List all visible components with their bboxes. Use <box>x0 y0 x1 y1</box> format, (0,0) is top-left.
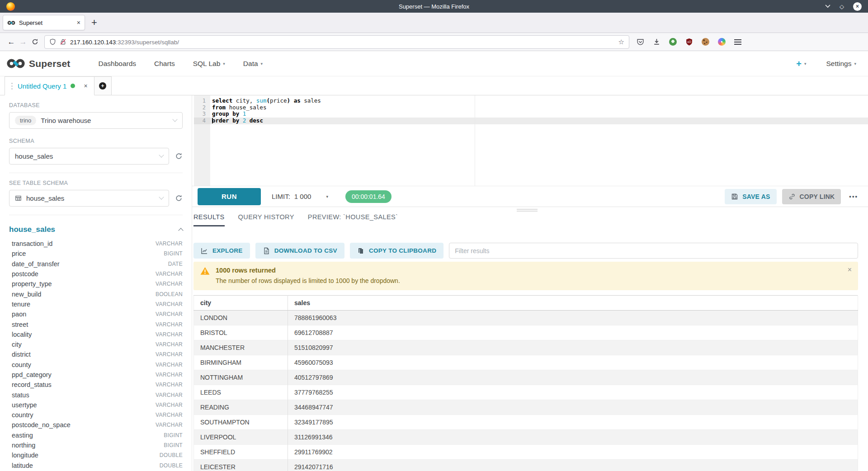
extension-asterisk-icon[interactable] <box>718 38 726 46</box>
window-minimize-icon[interactable] <box>825 5 830 8</box>
query-tab[interactable]: Untitled Query 1 × <box>5 76 94 95</box>
shield-icon[interactable] <box>49 38 56 45</box>
editor-toolbar: RUN LIMIT: 1 000 ▾ 00:00:01.64 SAVE AS C… <box>192 186 868 207</box>
sql-editor[interactable]: 1234 select city, sum(price) as salesfro… <box>192 95 868 186</box>
limit-dropdown[interactable]: LIMIT: 1 000 ▾ <box>272 193 328 200</box>
schema-column-name: postcode_no_space <box>12 421 71 429</box>
brand-name[interactable]: Superset <box>29 58 70 69</box>
filter-results-input[interactable] <box>449 243 858 259</box>
database-label: DATABASE <box>9 102 183 108</box>
schema-column-name: county <box>12 361 31 368</box>
limit-label: LIMIT: <box>272 193 290 200</box>
table-row: BRISTOL69612708887 <box>194 325 858 340</box>
add-query-tab-button[interactable]: + <box>94 76 112 95</box>
back-icon[interactable]: ← <box>5 38 17 47</box>
superset-logo[interactable] <box>6 58 25 69</box>
schema-column-row: localityVARCHAR <box>9 330 183 339</box>
drag-grip-icon <box>11 85 13 87</box>
editor-code-area[interactable]: select city, sum(price) as salesfrom hou… <box>210 95 868 186</box>
nav-item-charts[interactable]: Charts <box>154 60 175 68</box>
pocket-icon[interactable] <box>637 38 644 46</box>
save-as-button[interactable]: SAVE AS <box>725 189 776 204</box>
copy-clipboard-button[interactable]: COPY TO CLIPBOARD <box>350 243 443 259</box>
table-row: NOTTINGHAM40512797869 <box>194 370 858 385</box>
chevron-down-icon: ▾ <box>261 61 263 66</box>
browser-tab[interactable]: Superset × <box>3 15 85 30</box>
url-field[interactable]: 217.160.120.143:32393/superset/sqllab/ ☆ <box>44 35 629 49</box>
more-options-icon[interactable]: ••• <box>849 193 858 200</box>
schema-label: SCHEMA <box>9 138 183 144</box>
link-icon <box>788 193 796 200</box>
cell-sales: 34468947747 <box>288 400 858 415</box>
table-select[interactable]: house_sales <box>9 190 169 207</box>
insecure-lock-icon[interactable] <box>60 38 66 45</box>
schema-column-type: VARCHAR <box>156 382 183 388</box>
superset-navbar: Superset Dashboards Charts SQL Lab▾ Data… <box>0 51 868 76</box>
window-maximize-icon[interactable]: ◇ <box>840 4 844 9</box>
bookmark-star-icon[interactable]: ☆ <box>618 38 624 46</box>
editor-code-line[interactable]: group by 1 <box>210 111 868 118</box>
cell-city: SHEFFIELD <box>194 445 288 460</box>
database-select[interactable]: trino Trino warehouse <box>9 112 183 129</box>
schema-column-name: date_of_transfer <box>12 260 60 268</box>
schema-column-type: VARCHAR <box>156 362 183 368</box>
editor-code-line[interactable]: select city, sum(price) as sales <box>210 98 868 104</box>
query-tab-close-icon[interactable]: × <box>84 82 87 89</box>
table-schema-heading[interactable]: house_sales <box>9 225 55 234</box>
column-header-sales[interactable]: sales <box>288 296 858 311</box>
alert-close-icon[interactable]: × <box>848 266 852 273</box>
editor-code-line[interactable]: order by 2 desc <box>210 118 868 124</box>
table-row: BIRMINGHAM45960075093 <box>194 355 858 370</box>
browser-tab-close-icon[interactable]: × <box>77 19 80 26</box>
schema-column-type: DATE <box>168 261 183 267</box>
cell-city: BRISTOL <box>194 325 288 340</box>
cookie-extension-icon[interactable] <box>702 38 709 46</box>
collapse-chevron-icon[interactable] <box>178 228 183 233</box>
add-new-button[interactable]: + ▾ <box>796 59 806 68</box>
results-tab-query-history[interactable]: QUERY HISTORY <box>238 213 294 226</box>
refresh-table-icon[interactable] <box>175 194 183 202</box>
ublock-shield-icon[interactable]: uO <box>685 38 693 46</box>
settings-menu[interactable]: Settings ▾ <box>826 60 856 68</box>
column-header-city[interactable]: city <box>194 296 288 311</box>
nav-item-data[interactable]: Data▾ <box>243 60 263 68</box>
schema-column-name: locality <box>12 331 32 338</box>
download-csv-button[interactable]: DOWNLOAD TO CSV <box>255 243 344 259</box>
table-row: SOUTHAMPTON32349177895 <box>194 415 858 430</box>
nav-item-sql-lab[interactable]: SQL Lab▾ <box>193 60 225 68</box>
editor-code-line[interactable]: from house_sales <box>210 104 868 111</box>
schema-column-row: transaction_idVARCHAR <box>9 239 183 249</box>
copy-link-button[interactable]: COPY LINK <box>782 189 841 204</box>
warning-icon <box>200 267 210 275</box>
new-tab-button[interactable]: + <box>91 18 97 28</box>
run-button[interactable]: RUN <box>198 188 261 205</box>
explore-button[interactable]: EXPLORE <box>193 243 250 259</box>
menu-hamburger-icon[interactable] <box>734 39 741 45</box>
sqllab-sidebar: DATABASE trino Trino warehouse SCHEMA ho… <box>0 95 192 471</box>
nav-item-dashboards[interactable]: Dashboards <box>98 60 136 68</box>
results-tab-results[interactable]: RESULTS <box>193 213 225 226</box>
schema-column-type: VARCHAR <box>156 341 183 348</box>
window-close-icon[interactable]: × <box>853 2 862 11</box>
extension-privacy-icon[interactable] <box>669 38 677 46</box>
schema-column-row: countyVARCHAR <box>9 360 183 370</box>
pane-resize-handle[interactable] <box>517 209 538 212</box>
schema-column-row: postcode_no_spaceVARCHAR <box>9 420 183 430</box>
schema-column-name: tenure <box>12 301 30 308</box>
schema-column-row: usertypeVARCHAR <box>9 400 183 410</box>
schema-column-name: usertype <box>12 401 37 409</box>
downloads-icon[interactable] <box>653 38 660 46</box>
schema-column-row: cityVARCHAR <box>9 339 183 349</box>
browser-titlebar: Superset — Mozilla Firefox ◇ × <box>0 0 868 13</box>
refresh-schema-icon[interactable] <box>175 152 183 160</box>
schema-select[interactable]: house_sales <box>9 148 169 165</box>
schema-column-name: country <box>12 411 33 419</box>
alert-body: The number of rows displayed is limited … <box>216 277 400 284</box>
results-tab-preview-house-sales[interactable]: PREVIEW: `HOUSE_SALES` <box>308 213 398 226</box>
schema-column-row: streetVARCHAR <box>9 319 183 329</box>
schema-column-row: tenureVARCHAR <box>9 299 183 309</box>
reload-icon[interactable] <box>29 38 41 45</box>
schema-column-type: DOUBLE <box>160 462 183 469</box>
cell-city: BIRMINGHAM <box>194 355 288 370</box>
schema-column-name: paon <box>12 311 26 318</box>
